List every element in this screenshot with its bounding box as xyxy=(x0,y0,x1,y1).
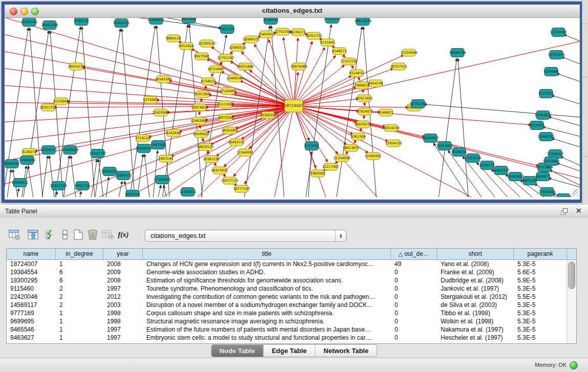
yellow-node[interactable]: 10493721 xyxy=(228,139,245,146)
rows-icon[interactable] xyxy=(58,228,72,242)
teal-node[interactable]: 7957224 xyxy=(220,25,235,34)
tab-network-table[interactable]: Network Table xyxy=(315,345,377,357)
teal-node[interactable]: 15913455 xyxy=(436,142,453,150)
yellow-node[interactable]: 12752169 xyxy=(274,28,291,35)
column-header-out_de[interactable]: △out_de… xyxy=(391,249,437,259)
yellow-node[interactable]: 19363192 xyxy=(203,156,220,163)
yellow-node[interactable]: 16831664 xyxy=(236,63,253,70)
teal-node[interactable]: 17257236 xyxy=(464,154,481,163)
new-table-icon[interactable] xyxy=(72,228,85,242)
yellow-node[interactable]: 22260518 xyxy=(198,40,215,47)
yellow-node[interactable]: 15113902 xyxy=(216,101,233,108)
yellow-node[interactable]: 9827508 xyxy=(194,53,209,60)
table-row[interactable]: 946554611997Estimation of the future num… xyxy=(7,325,567,334)
column-header-name[interactable]: name xyxy=(7,249,56,259)
yellow-node[interactable]: 18613071 xyxy=(342,144,359,151)
network-canvas[interactable]: 1872400722060518127521621471400797340332… xyxy=(5,18,580,197)
delete-attributes-trash-icon[interactable] xyxy=(86,228,99,242)
resize-grip-icon[interactable] xyxy=(572,189,579,196)
yellow-node[interactable]: 18724007 xyxy=(284,100,303,112)
teal-node[interactable]: 15722376 xyxy=(323,18,340,24)
yellow-node[interactable]: 7485083 xyxy=(311,170,325,177)
yellow-node[interactable]: 20577115 xyxy=(221,177,238,184)
yellow-node[interactable]: 16915832 xyxy=(211,167,228,174)
yellow-node[interactable]: 2803144 xyxy=(159,155,173,162)
table-row[interactable]: 977716911998Corpus callosum shape and si… xyxy=(7,309,567,317)
yellow-node[interactable]: 14618123 xyxy=(197,143,213,150)
yellow-node[interactable]: 8131641 xyxy=(320,39,335,46)
yellow-node[interactable]: 9146821 xyxy=(379,109,394,116)
yellow-node[interactable]: 9148274 xyxy=(22,148,37,156)
yellow-node[interactable]: 16014234 xyxy=(382,124,399,132)
yellow-node[interactable]: 10996571 xyxy=(243,36,259,43)
column-header-year[interactable]: year xyxy=(103,249,143,259)
teal-node[interactable]: 5692971 xyxy=(536,172,551,181)
yellow-node[interactable]: 9734033 xyxy=(201,78,216,85)
yellow-node[interactable]: 12463064 xyxy=(190,117,207,124)
teal-node[interactable]: 10493727 xyxy=(492,166,509,175)
teal-node[interactable]: 10321224 xyxy=(50,182,67,190)
yellow-node[interactable]: 17834071 xyxy=(356,108,373,115)
yellow-node[interactable]: 9148271 xyxy=(332,48,347,55)
teal-node[interactable]: 9124034 xyxy=(452,148,467,157)
close-panel-icon[interactable]: ✕ xyxy=(575,206,582,215)
teal-node[interactable]: 12444150 xyxy=(537,133,554,141)
yellow-node[interactable]: 8454749 xyxy=(368,80,383,87)
select-columns-icon[interactable] xyxy=(27,228,40,242)
yellow-node[interactable]: 7904031 xyxy=(355,82,369,89)
teal-node[interactable]: 9462744 xyxy=(75,182,90,190)
yellow-node[interactable]: 18757515 xyxy=(390,63,407,70)
teal-node[interactable]: 16648784 xyxy=(449,49,466,57)
yellow-node[interactable]: 17854125 xyxy=(385,140,402,147)
teal-node[interactable]: 17103645 xyxy=(154,176,170,184)
yellow-node[interactable]: 18593851 xyxy=(221,127,238,134)
teal-node[interactable]: 9227343 xyxy=(539,90,554,98)
yellow-node[interactable]: 9275685 xyxy=(143,96,158,103)
teal-node[interactable]: 20206576 xyxy=(135,144,152,153)
yellow-node[interactable]: 17204001 xyxy=(220,87,236,95)
teal-node[interactable]: 16210643 xyxy=(542,157,559,166)
teal-node[interactable]: 15751074 xyxy=(548,51,564,59)
teal-node[interactable]: 9902450 xyxy=(5,160,19,168)
table-row[interactable]: 1830029562008Estimation of significance … xyxy=(7,276,567,285)
teal-node[interactable]: 9505135 xyxy=(74,18,89,26)
yellow-node[interactable]: 17257231 xyxy=(340,58,357,65)
yellow-node[interactable]: 20351727 xyxy=(39,104,56,111)
table-row[interactable]: 1938455462009Genome-wide association stu… xyxy=(7,268,567,276)
yellow-node[interactable]: 11544091 xyxy=(236,149,253,156)
teal-node[interactable]: 12093832 xyxy=(534,111,551,120)
yellow-node[interactable]: 16074275 xyxy=(354,121,371,128)
yellow-node[interactable]: 20351721 xyxy=(305,32,322,39)
float-window-icon[interactable] xyxy=(561,208,568,215)
yellow-node[interactable]: 21913004 xyxy=(194,91,211,98)
yellow-node[interactable]: 12217987 xyxy=(322,163,339,170)
teal-node[interactable]: 13942757 xyxy=(89,149,106,158)
yellow-node[interactable]: 15493911 xyxy=(258,31,275,38)
yellow-node[interactable]: 18300295 xyxy=(259,112,276,119)
teal-node[interactable]: 17016504 xyxy=(538,188,555,196)
teal-node[interactable]: 9153455 xyxy=(304,142,319,150)
teal-node[interactable]: 8215953 xyxy=(530,121,545,130)
yellow-node[interactable]: 14714007 xyxy=(207,65,224,73)
yellow-node[interactable]: 11254049 xyxy=(400,49,417,56)
teal-node[interactable]: 19355741 xyxy=(20,18,37,27)
teal-node[interactable]: 11026377 xyxy=(40,146,57,155)
teal-node[interactable]: 11593012 xyxy=(179,188,196,196)
teal-node[interactable]: 16791243 xyxy=(409,100,426,108)
yellow-node[interactable]: 12440451 xyxy=(364,152,381,160)
teal-node[interactable]: 16924259 xyxy=(101,167,118,176)
function-builder-icon[interactable]: f(x) xyxy=(117,228,130,242)
yellow-node[interactable]: 10974811 xyxy=(191,104,208,111)
table-row[interactable]: 946362711997Embryonic stem cells: a mode… xyxy=(7,334,567,342)
table-settings-icon[interactable] xyxy=(8,228,21,242)
yellow-node[interactable]: 18549022 xyxy=(192,130,209,138)
yellow-node[interactable]: 20676068 xyxy=(290,63,307,70)
teal-node[interactable]: 18613074 xyxy=(354,18,371,26)
teal-node[interactable]: 9835314 xyxy=(125,190,140,198)
tab-edge-table[interactable]: Edge Table xyxy=(264,345,315,357)
tab-node-table[interactable]: Node Table xyxy=(211,345,264,357)
teal-node[interactable]: 18593852 xyxy=(507,172,524,181)
column-header-short[interactable]: short xyxy=(437,249,514,259)
teal-node[interactable]: 11675513 xyxy=(555,194,572,198)
teal-node[interactable]: 9329966 xyxy=(544,68,559,76)
